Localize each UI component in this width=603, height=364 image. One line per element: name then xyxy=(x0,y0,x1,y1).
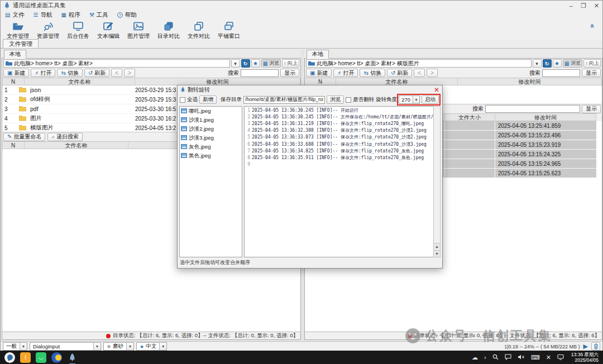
menu-help[interactable]: ?帮助 xyxy=(117,11,137,19)
keyboard-icon[interactable]: ⌨ xyxy=(531,355,540,361)
list-item[interactable]: 黑色.jpeg xyxy=(180,151,242,160)
right-forward-button[interactable]: > xyxy=(427,69,438,77)
left-browse-button[interactable]: ▦浏览 xyxy=(261,59,281,68)
volume-muted-icon[interactable] xyxy=(518,354,525,361)
right-search-input[interactable] xyxy=(542,69,580,77)
right-up-button[interactable]: ↑向上 xyxy=(583,59,601,68)
display-icon[interactable] xyxy=(557,354,564,361)
tool-tile-windows[interactable]: 平铺窗口 xyxy=(214,21,244,40)
tool-dir-compare[interactable]: 目录对比 xyxy=(154,21,184,40)
left-show-button[interactable]: 显示 xyxy=(280,69,299,77)
left-forward-button[interactable]: > xyxy=(124,69,135,77)
right-favorite-button[interactable]: ★ xyxy=(553,59,562,68)
dialog-browse-button[interactable]: 浏览 xyxy=(327,95,344,104)
tab-file-manager[interactable]: 文件管理 xyxy=(3,39,39,48)
help-menu-icon: ? xyxy=(117,12,123,18)
menu-tools[interactable]: ⚒工具 xyxy=(89,11,108,19)
scroll-down-icon[interactable]: ▼ xyxy=(434,250,440,257)
left-refresh-button[interactable]: ↺刷新 xyxy=(84,69,109,77)
save-dir-input[interactable] xyxy=(243,96,325,104)
play-icon[interactable]: ▶ xyxy=(583,343,588,350)
left-reload-button[interactable]: ↻ xyxy=(241,59,250,68)
search-tray-icon[interactable] xyxy=(492,354,499,361)
right-tab-local[interactable]: 本地 xyxy=(307,50,329,59)
left-up-button[interactable]: ↑向上 xyxy=(282,59,299,68)
status-dot-icon xyxy=(106,334,111,338)
close-icon[interactable]: ✕ xyxy=(434,87,439,93)
left-breadcrumb[interactable]: 此电脑> home> tt> 桌面> 素材> xyxy=(3,59,230,68)
right-browse-button[interactable]: ▦浏览 xyxy=(563,59,582,68)
maximize-icon[interactable]: ❐ xyxy=(581,2,586,9)
reload-icon: ↻ xyxy=(243,61,248,66)
menu-navigate[interactable]: ☰导航 xyxy=(33,11,52,19)
collapse-toolbar-icon[interactable]: « xyxy=(588,24,597,28)
right-refresh-button[interactable]: ↺刷新 xyxy=(387,69,412,77)
taskbar-clock[interactable]: 13:36 星期六 2025/04/05 xyxy=(571,352,599,363)
left-tab-local[interactable]: 本地 xyxy=(4,50,26,59)
log-line: 7 2025-04-05 13:36:34.825 [INFO]-- 保存文件:… xyxy=(245,147,434,154)
star-icon: ★ xyxy=(554,61,559,66)
minimize-icon[interactable]: – xyxy=(570,2,573,9)
select-all-checkbox[interactable] xyxy=(180,97,185,103)
left-path-dropdown[interactable]: ▾ xyxy=(231,59,240,68)
left-search-input[interactable] xyxy=(241,69,279,77)
scroll-up-icon[interactable]: ▲ xyxy=(434,243,440,250)
mail-app-icon[interactable]: ◡ xyxy=(36,352,46,363)
left-batch-rename-button[interactable]: ✎批量重命名 xyxy=(3,133,45,141)
tool-image-manager[interactable]: 图片管理 xyxy=(123,21,154,40)
add-button[interactable]: 新增 xyxy=(199,95,217,104)
menu-file[interactable]: ▤文件 xyxy=(5,11,24,19)
left-recursive-search-button[interactable]: ⌕递归搜索 xyxy=(47,133,83,141)
tray-expand-icon[interactable]: › xyxy=(484,355,486,361)
cloud-icon[interactable]: ☁ xyxy=(472,355,478,361)
left-open-button[interactable]: ⚡打开 xyxy=(31,69,55,77)
right-path-dropdown[interactable]: ▾ xyxy=(533,59,542,68)
flip-checkbox[interactable] xyxy=(346,97,351,103)
log-scrollbar[interactable]: ▲ ▼ xyxy=(433,106,441,257)
browser-icon[interactable] xyxy=(51,352,62,363)
right-reload-button[interactable]: ↻ xyxy=(543,59,552,68)
start-button[interactable]: 启动 xyxy=(422,95,439,104)
theme-combobox[interactable]: ❖磨砂▼ xyxy=(103,342,134,351)
list-item[interactable]: 沙漠2.jpeg xyxy=(180,124,242,133)
right-file-show-button[interactable]: 显示 xyxy=(582,105,601,113)
profile-combobox[interactable]: 一般▼ xyxy=(3,342,27,351)
right-open-button[interactable]: ⚡打开 xyxy=(333,69,358,77)
dialog-log-output[interactable]: 1 2025-04-05 13:36:30.245 [INFO]-- 开始运行 … xyxy=(244,106,434,257)
right-search-label: 搜索 xyxy=(529,69,540,77)
x-tray-icon[interactable]: ✕ xyxy=(546,355,551,361)
image-icon xyxy=(132,21,145,32)
left-back-button[interactable]: < xyxy=(111,69,122,77)
trash-button[interactable] xyxy=(591,342,600,351)
right-file-search-input[interactable] xyxy=(485,105,580,113)
tool-text-editor[interactable]: 文本编辑 xyxy=(93,21,123,40)
tool-background-tasks[interactable]: 后台任务 xyxy=(63,21,93,40)
right-breadcrumb[interactable]: 此电脑> home> tt> 桌面> 素材> 横版图片 xyxy=(306,59,532,68)
app-store-icon[interactable]: ⋮ xyxy=(20,352,31,363)
menu-program[interactable]: ▦程序 xyxy=(61,11,80,19)
right-switch-button[interactable]: ⇆切换 xyxy=(360,69,385,77)
launcher-icon[interactable] xyxy=(4,352,15,363)
font-combobox[interactable]: DialogInput▼ xyxy=(30,342,101,351)
tool-file-manager[interactable]: 文件管理 xyxy=(3,21,33,40)
right-show-button[interactable]: 显示 xyxy=(582,69,601,77)
list-item[interactable]: 灰色.jpeg xyxy=(180,142,242,151)
close-icon[interactable]: ✕ xyxy=(594,2,599,9)
tool-file-compare[interactable]: 文件对比 xyxy=(184,21,214,40)
language-combobox[interactable]: ★中文▼ xyxy=(136,342,167,351)
list-item[interactable]: 沙漠3.jpeg xyxy=(180,133,242,142)
image-file-icon xyxy=(181,117,187,123)
active-app-icon[interactable] xyxy=(67,352,78,363)
left-switch-button[interactable]: ⇆切换 xyxy=(57,69,82,77)
list-item[interactable]: 哪吒.jpeg xyxy=(180,107,242,116)
tool-resource-manager[interactable]: 资源管理 xyxy=(33,21,63,40)
right-status-bar: 目录状态: 【总计: 0, 显示: 0, 选择: 0】-- 文件状态: 【总计:… xyxy=(305,332,602,339)
file-compare-icon xyxy=(193,21,205,32)
right-new-button[interactable]: ▣新建 xyxy=(306,69,332,77)
chat-icon[interactable] xyxy=(505,354,511,361)
left-new-button[interactable]: ▣新建 xyxy=(3,69,29,77)
left-favorite-button[interactable]: ★ xyxy=(251,59,260,68)
angle-combobox[interactable]: 270 ▼ xyxy=(399,95,420,104)
right-back-button[interactable]: < xyxy=(414,69,425,77)
list-item[interactable]: 沙漠1.jpeg xyxy=(180,116,242,124)
